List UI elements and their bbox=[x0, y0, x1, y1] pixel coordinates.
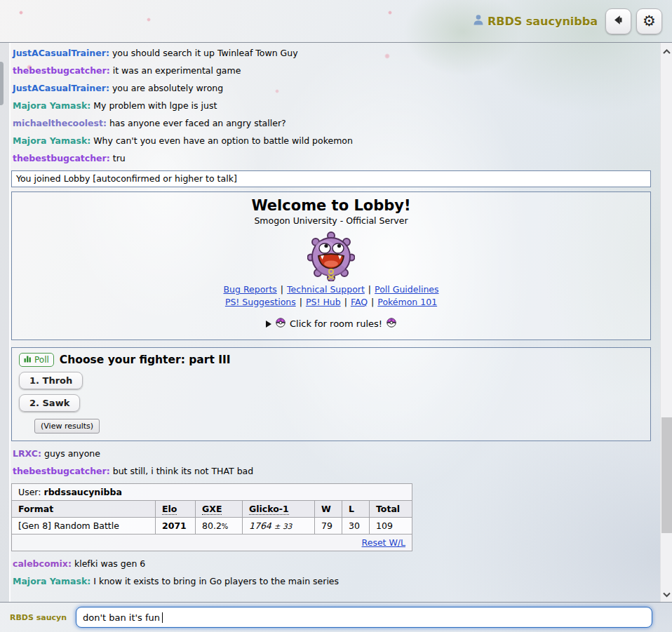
chat-message-text: you should search it up Twinleaf Town Gu… bbox=[112, 48, 298, 58]
chat-message: JustACasualTrainer: you are absolutely w… bbox=[11, 79, 651, 97]
welcome-links-row2: PS! Suggestions|PS! Hub|FAQ|Pokémon 101 bbox=[18, 296, 645, 309]
poll-view-results-button[interactable]: (View results) bbox=[34, 419, 100, 433]
link-ps-hub[interactable]: PS! Hub bbox=[306, 297, 341, 307]
chat-username[interactable]: Majora Yamask: bbox=[13, 576, 90, 586]
cell-w: 79 bbox=[315, 518, 342, 534]
cell-gxe: 80.2% bbox=[196, 518, 243, 534]
chevron-down-icon bbox=[662, 587, 671, 600]
chat-input-value: don't ban it's fun bbox=[83, 612, 160, 623]
chat-message: calebcomix: klefki was gen 6 bbox=[11, 555, 651, 572]
text-caret bbox=[162, 612, 163, 623]
ladder-user-row: User: rbdssaucynibba bbox=[12, 484, 412, 501]
chat-message: JustACasualTrainer: you should search it… bbox=[11, 44, 651, 62]
col-format: Format bbox=[12, 501, 156, 518]
poll-infobox: Poll Choose your fighter: part III 1. Th… bbox=[11, 347, 651, 441]
chat-composer: RBDS saucyn don't ban it's fun bbox=[0, 603, 672, 632]
settings-button[interactable]: ⚙ bbox=[636, 8, 662, 34]
link-bug-reports[interactable]: Bug Reports bbox=[223, 284, 276, 295]
chat-input[interactable]: don't ban it's fun bbox=[76, 607, 652, 628]
scroll-down-button[interactable] bbox=[662, 589, 671, 598]
ladder-data-row: [Gen 8] Random Battle 2071 80.2% 1764 ± … bbox=[12, 518, 412, 534]
link-poll-guidelines[interactable]: Poll Guidelines bbox=[375, 284, 438, 295]
poll-title: Choose your fighter: part III bbox=[60, 354, 231, 366]
person-icon bbox=[473, 14, 484, 28]
welcome-subtitle: Smogon University - Official Server bbox=[18, 215, 645, 226]
ladder-reset-cell: Reset W/L bbox=[12, 534, 412, 551]
scroll-up-button[interactable] bbox=[662, 46, 671, 55]
chat-message: thebestbugcatcher: it was an experimenta… bbox=[11, 62, 651, 79]
cell-total: 109 bbox=[370, 518, 412, 534]
link-faq[interactable]: FAQ bbox=[351, 297, 368, 307]
sound-button[interactable] bbox=[605, 8, 631, 34]
cell-glicko: 1764 ± 33 bbox=[243, 518, 315, 534]
cell-l: 30 bbox=[342, 518, 370, 534]
chat-message-text: you are absolutely wrong bbox=[112, 83, 223, 93]
col-glicko: Glicko-1 bbox=[243, 501, 315, 518]
col-l: L bbox=[342, 501, 370, 518]
link-technical-support[interactable]: Technical Support bbox=[287, 284, 365, 295]
gear-icon: ⚙ bbox=[643, 14, 656, 29]
chat-messages-bottom: calebcomix: klefki was gen 6 Majora Yama… bbox=[11, 555, 651, 590]
cell-elo: 2071 bbox=[156, 518, 196, 534]
left-scrollbar-thumb[interactable] bbox=[0, 62, 4, 105]
chat-message: Majora Yamask: I know it exists to bring… bbox=[11, 572, 651, 590]
col-elo: Elo bbox=[156, 501, 196, 518]
chat-username[interactable]: thebestbugcatcher: bbox=[13, 153, 110, 163]
chat-username[interactable]: calebcomix: bbox=[13, 558, 72, 569]
chat-username[interactable]: JustACasualTrainer: bbox=[13, 48, 109, 58]
chevron-up-icon bbox=[662, 44, 671, 58]
chat-message-text: I know it exists to bring in Go players … bbox=[93, 576, 339, 586]
header-bar: RBDS saucynibba ⚙ bbox=[0, 0, 672, 42]
ladder-user-cell: User: rbdssaucynibba bbox=[12, 484, 412, 501]
ladder-user-value: rbdssaucynibba bbox=[43, 487, 121, 497]
chat-username[interactable]: Majora Yamask: bbox=[13, 135, 90, 146]
reset-wl-link[interactable]: Reset W/L bbox=[362, 537, 405, 548]
chat-message-text: guys anyone bbox=[44, 448, 100, 459]
chat-message-text: it was an experimental game bbox=[113, 65, 241, 76]
chat-message-text: has anyone ever faced an angry staller? bbox=[109, 118, 286, 128]
chat-username[interactable]: michaelthecoolest: bbox=[13, 118, 107, 128]
chat-username[interactable]: thebestbugcatcher: bbox=[13, 65, 110, 76]
chat-username[interactable]: Majora Yamask: bbox=[13, 100, 90, 111]
master-ball-icon bbox=[387, 318, 396, 330]
cell-format: [Gen 8] Random Battle bbox=[12, 518, 156, 534]
poll-option-button[interactable]: 1. Throh bbox=[19, 372, 83, 389]
link-ps-suggestions[interactable]: PS! Suggestions bbox=[225, 297, 296, 307]
bar-chart-icon bbox=[24, 354, 32, 365]
chat-room-lobby: JustACasualTrainer: you should search it… bbox=[0, 43, 660, 602]
ladder-reset-row: Reset W/L bbox=[12, 534, 412, 551]
link-separator: | bbox=[281, 284, 283, 295]
chat-message: thebestbugcatcher: but still, i think it… bbox=[11, 462, 651, 480]
current-user-button[interactable]: RBDS saucynibba bbox=[473, 14, 598, 28]
col-gxe: GXE bbox=[196, 501, 243, 518]
chat-username[interactable]: JustACasualTrainer: bbox=[13, 83, 109, 93]
join-notice: You joined Lobby [autoconfirmed or highe… bbox=[11, 170, 651, 187]
speaker-icon bbox=[612, 13, 625, 29]
scrollbar-thumb[interactable] bbox=[661, 417, 672, 533]
chat-message: michaelthecoolest: has anyone ever faced… bbox=[11, 114, 651, 132]
chat-scrollbar[interactable] bbox=[660, 43, 672, 602]
room-rules-toggle[interactable]: Click for room rules! bbox=[18, 318, 645, 330]
chat-message: Majora Yamask: My problem with lgpe is j… bbox=[11, 97, 651, 114]
composer-username-label: RBDS saucyn bbox=[10, 613, 76, 622]
chat-messages-top: JustACasualTrainer: you should search it… bbox=[11, 44, 651, 167]
chat-messages-mid: LRXC: guys anyone thebestbugcatcher: but… bbox=[11, 445, 651, 480]
ladder-user-label: User: bbox=[18, 487, 41, 497]
poll-options: 1. Throh 2. Sawk bbox=[19, 367, 643, 412]
header-username: RBDS saucynibba bbox=[488, 15, 598, 28]
ladder-header-row: Format Elo GXE Glicko-1 W L Total bbox=[12, 501, 412, 518]
room-rules-label: Click for room rules! bbox=[290, 318, 382, 329]
chat-log: JustACasualTrainer: you should search it… bbox=[11, 43, 651, 590]
link-separator: | bbox=[368, 284, 371, 295]
ladder-table: User: rbdssaucynibba Format Elo GXE Glic… bbox=[11, 483, 412, 551]
link-pokemon-101[interactable]: Pokémon 101 bbox=[377, 297, 437, 307]
chat-message-text: Why can't you even have an option to bat… bbox=[93, 135, 353, 146]
poll-option-button[interactable]: 2. Sawk bbox=[19, 394, 80, 412]
chat-username[interactable]: thebestbugcatcher: bbox=[13, 466, 110, 476]
chat-message: Majora Yamask: Why can't you even have a… bbox=[11, 132, 651, 149]
link-separator: | bbox=[300, 297, 302, 307]
link-separator: | bbox=[344, 297, 347, 307]
poll-badge-label: Poll bbox=[34, 355, 49, 365]
chat-username[interactable]: LRXC: bbox=[13, 448, 41, 459]
chat-message-text: klefki was gen 6 bbox=[74, 558, 145, 569]
